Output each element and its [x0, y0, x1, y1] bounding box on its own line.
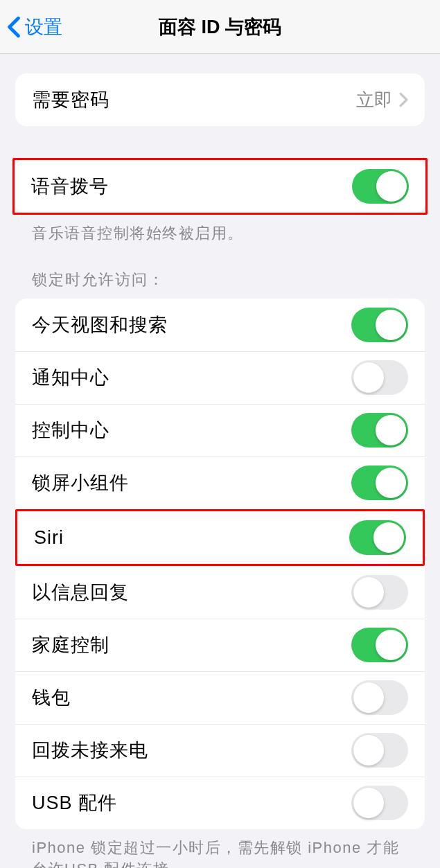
locked-access-item-label: 以信息回复: [32, 580, 129, 605]
locked-access-row: 以信息回复: [15, 566, 425, 619]
require-passcode-value: 立即: [356, 88, 392, 112]
highlight-voice-dial: 语音拨号: [12, 158, 428, 215]
locked-access-item-label: 锁屏小组件: [32, 470, 129, 495]
highlight-siri: Siri: [15, 509, 425, 566]
locked-access-item-label: 通知中心: [32, 365, 109, 390]
locked-access-toggle[interactable]: [351, 466, 408, 500]
require-passcode-row[interactable]: 需要密码 立即: [15, 73, 425, 126]
locked-access-item-label: 家庭控制: [32, 632, 109, 657]
locked-access-row: 通知中心: [15, 351, 425, 404]
locked-access-item-label: 控制中心: [32, 418, 109, 443]
locked-access-toggle[interactable]: [349, 520, 406, 555]
chevron-right-icon: [399, 92, 408, 107]
locked-access-group: 今天视图和搜索通知中心控制中心锁屏小组件Siri以信息回复家庭控制钱包回拨未接来…: [15, 299, 425, 829]
locked-access-toggle[interactable]: [351, 628, 408, 662]
locked-access-row: 今天视图和搜索: [15, 299, 425, 351]
locked-access-row: 锁屏小组件: [15, 457, 425, 509]
voice-dial-toggle[interactable]: [352, 169, 409, 204]
locked-access-header: 锁定时允许访问：: [15, 245, 425, 299]
locked-access-toggle[interactable]: [351, 680, 408, 715]
locked-access-footer: iPhone 锁定超过一小时后，需先解锁 iPhone 才能允许USB 配件连接…: [15, 829, 425, 868]
locked-access-row: 控制中心: [15, 404, 425, 457]
locked-access-row: 家庭控制: [15, 619, 425, 671]
locked-access-toggle[interactable]: [351, 575, 408, 610]
locked-access-row: 回拨未接来电: [15, 724, 425, 777]
require-passcode-label: 需要密码: [32, 87, 109, 112]
locked-access-toggle[interactable]: [351, 786, 408, 820]
voice-dial-label: 语音拨号: [31, 174, 109, 199]
locked-access-toggle[interactable]: [351, 308, 408, 342]
locked-access-toggle[interactable]: [351, 413, 408, 448]
passcode-group: 需要密码 立即: [15, 73, 425, 126]
locked-access-row: USB 配件: [15, 777, 425, 829]
voice-dial-footer: 音乐语音控制将始终被启用。: [15, 215, 425, 245]
locked-access-toggle[interactable]: [351, 360, 408, 395]
locked-access-item-label: Siri: [34, 527, 64, 549]
locked-access-row: 钱包: [15, 671, 425, 724]
locked-access-item-label: 回拨未接来电: [32, 738, 148, 763]
locked-access-item-label: USB 配件: [32, 790, 117, 815]
nav-bar: 设置 面容 ID 与密码: [0, 0, 440, 54]
locked-access-item-label: 今天视图和搜索: [32, 312, 168, 337]
locked-access-toggle[interactable]: [351, 733, 408, 768]
chevron-left-icon: [7, 16, 21, 38]
back-button[interactable]: 设置: [0, 15, 62, 39]
voice-dial-row: 语音拨号: [15, 160, 425, 213]
back-label: 设置: [25, 15, 62, 39]
page-title: 面容 ID 与密码: [159, 15, 281, 39]
locked-access-item-label: 钱包: [32, 685, 71, 710]
locked-access-row: Siri: [17, 511, 423, 564]
